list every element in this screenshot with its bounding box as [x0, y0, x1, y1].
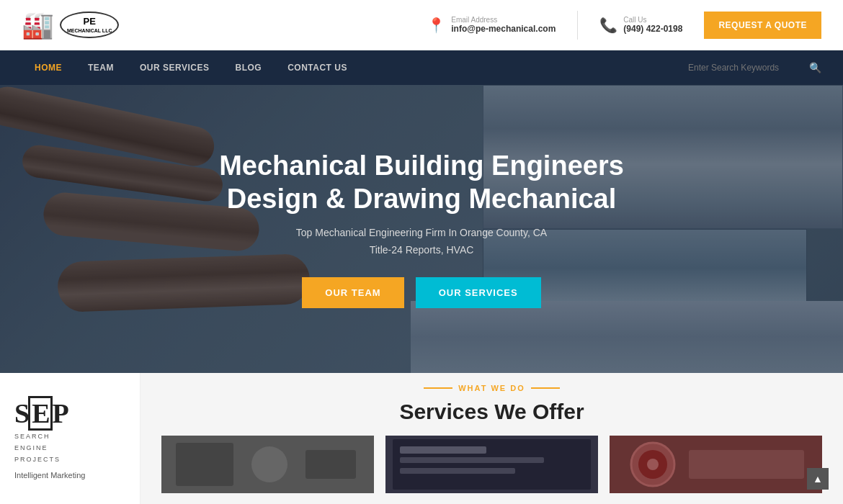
svg-rect-3 — [305, 450, 356, 479]
email-icon: 📍 — [427, 17, 445, 34]
logo-pe-text: PE — [84, 16, 96, 28]
sep-panel: SEP search engine projects Intelligent M… — [0, 373, 140, 504]
nav-team[interactable]: TEAM — [75, 53, 127, 83]
sep-tagline: Intelligent Marketing — [14, 471, 125, 480]
hero-buttons: OUR TEAM OUR SERVICES — [219, 277, 624, 308]
sep-logo: SEP — [14, 397, 125, 428]
nav-blog[interactable]: BLOG — [222, 53, 275, 83]
nav-search-area: 🔍 — [688, 62, 821, 73]
service-card-2-img — [385, 436, 598, 493]
email-value: info@pe-mechanical.com — [451, 24, 556, 34]
nav-links: HOME TEAM OUR SERVICES BLOG CONTACT US — [22, 53, 360, 83]
nav-contact-us[interactable]: CONTACT US — [275, 53, 360, 83]
call-label: Call Us — [623, 16, 682, 24]
factory-icon: 🏭 — [22, 10, 54, 40]
svg-rect-6 — [400, 446, 486, 454]
service-card-1[interactable] — [161, 436, 374, 493]
service-card-3-img — [610, 436, 822, 493]
svg-point-2 — [251, 446, 287, 482]
header: 🏭 PE MECHANICAL LLC 📍 Email Address info… — [0, 0, 843, 50]
service-card-2[interactable] — [385, 436, 598, 493]
what-we-do-text: WHAT WE DO — [458, 384, 525, 392]
what-we-do-label: WHAT WE DO — [424, 384, 560, 392]
wwd-line-right — [531, 387, 560, 389]
hero-section: Mechanical Building Engineers Design & D… — [0, 85, 843, 373]
email-label: Email Address — [451, 16, 556, 24]
service-cards — [161, 436, 822, 493]
our-services-button[interactable]: OUR SERVICES — [416, 277, 541, 308]
scroll-to-top-button[interactable]: ▲ — [807, 468, 829, 490]
logo-area: 🏭 PE MECHANICAL LLC — [22, 10, 119, 40]
phone-value: (949) 422-0198 — [623, 24, 682, 34]
email-details: Email Address info@pe-mechanical.com — [451, 16, 556, 34]
hero-content: Mechanical Building Engineers Design & D… — [205, 135, 638, 323]
request-quote-button[interactable]: REQUEST A QUOTE — [704, 12, 821, 39]
phone-details: Call Us (949) 422-0198 — [623, 16, 682, 34]
services-section: WHAT WE DO Services We Offer — [140, 373, 843, 504]
hero-subtitle: Top Mechanical Engineering Firm In Orang… — [219, 227, 624, 238]
nav-our-services[interactable]: OUR SERVICES — [127, 53, 222, 83]
service-card-3[interactable] — [610, 436, 822, 493]
logo-mechanical-text: MECHANICAL LLC — [67, 27, 112, 34]
navbar: HOME TEAM OUR SERVICES BLOG CONTACT US 🔍 — [0, 50, 843, 85]
our-team-button[interactable]: OUR TEAM — [302, 277, 403, 308]
service-card-1-img — [161, 436, 374, 493]
svg-point-12 — [647, 459, 659, 470]
svg-rect-7 — [400, 457, 544, 463]
svg-rect-1 — [176, 443, 233, 486]
hero-sub2: Title-24 Reports, HVAC — [219, 244, 624, 256]
logo-pe-mechanical: PE MECHANICAL LLC — [60, 12, 119, 39]
search-icon[interactable]: 🔍 — [809, 62, 821, 73]
nav-home[interactable]: HOME — [22, 53, 75, 83]
phone-contact: 📞 Call Us (949) 422-0198 — [599, 16, 682, 34]
svg-rect-13 — [689, 450, 804, 479]
phone-icon: 📞 — [599, 17, 617, 34]
header-divider — [577, 11, 578, 40]
svg-rect-8 — [400, 468, 515, 474]
wwd-line-left — [424, 387, 452, 389]
hero-title: Mechanical Building Engineers Design & D… — [219, 150, 624, 215]
lower-section: SEP search engine projects Intelligent M… — [0, 373, 843, 504]
email-contact: 📍 Email Address info@pe-mechanical.com — [427, 16, 556, 34]
search-input[interactable] — [688, 63, 803, 73]
header-contact: 📍 Email Address info@pe-mechanical.com 📞… — [427, 11, 821, 40]
sep-subtitle: search engine projects — [14, 431, 125, 466]
services-title: Services We Offer — [399, 400, 584, 424]
